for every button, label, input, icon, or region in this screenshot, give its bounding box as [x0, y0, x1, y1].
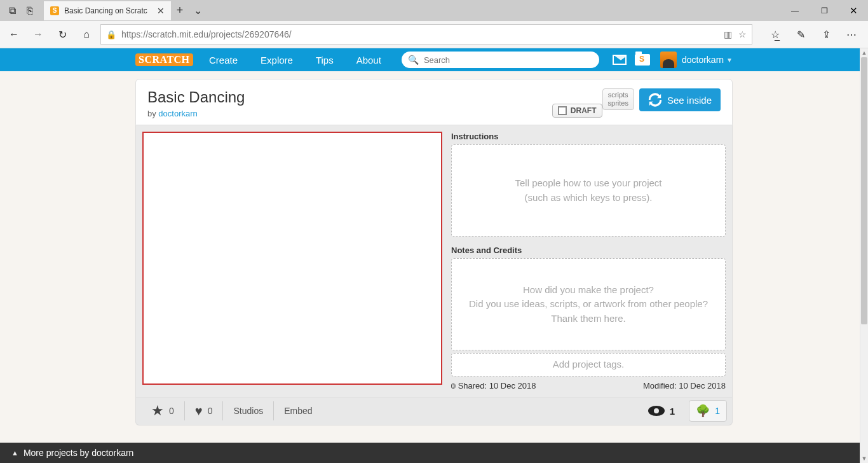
- favorite-stat[interactable]: ★ 0: [141, 401, 185, 420]
- scroll-up-icon[interactable]: ▲: [860, 48, 868, 57]
- instructions-label: Instructions: [451, 132, 726, 141]
- user-avatar[interactable]: [660, 52, 677, 68]
- see-inside-icon: [648, 93, 662, 107]
- modified-date: Modified: 10 Dec 2018: [643, 381, 726, 390]
- project-body: Instructions Tell people how to use your…: [135, 125, 733, 397]
- views-stat: 1: [641, 406, 682, 417]
- nav-search[interactable]: 🔍: [402, 52, 599, 68]
- notes-label: Notes and Credits: [451, 245, 726, 255]
- user-menu[interactable]: doctorkarn ▼: [682, 55, 733, 65]
- window-close-button[interactable]: ✕: [839, 0, 868, 21]
- browser-tab[interactable]: S Basic Dancing on Scratc ✕: [44, 1, 171, 20]
- messages-icon[interactable]: [608, 48, 631, 71]
- scrollbar-thumb[interactable]: [861, 57, 867, 324]
- vertical-scrollbar[interactable]: ▲ ▼: [860, 48, 868, 463]
- author-link[interactable]: doctorkarn: [158, 109, 197, 118]
- favorites-list-icon[interactable]: ☆̲: [763, 24, 788, 45]
- reading-view-icon[interactable]: ▥: [724, 29, 732, 39]
- browser-titlebar: ⧉ ⎘ S Basic Dancing on Scratc ✕ + ⌄ — ❐ …: [0, 0, 868, 21]
- username-label: doctorkarn: [682, 55, 724, 65]
- share-icon[interactable]: ⇪: [813, 24, 839, 45]
- tree-icon: 🌳: [696, 404, 710, 418]
- favorite-icon[interactable]: ☆: [738, 29, 747, 39]
- forward-button[interactable]: →: [28, 24, 48, 45]
- back-button[interactable]: ←: [4, 24, 24, 45]
- caret-down-icon: ▼: [726, 57, 733, 64]
- browser-toolbar-right: ☆̲ ✎ ⇪ ⋯: [763, 24, 864, 45]
- reload-button[interactable]: ↻: [52, 24, 72, 45]
- nav-create[interactable]: Create: [198, 48, 249, 71]
- project-dates: 🄯 Shared: 10 Dec 2018 Modified: 10 Dec 2…: [451, 381, 726, 390]
- project-header: Basic Dancing by doctorkarn DRAFT script…: [135, 79, 733, 125]
- address-bar: ← → ↻ ⌂ 🔒 https://scratch.mit.edu/projec…: [0, 21, 868, 48]
- love-stat[interactable]: ♥ 0: [185, 401, 224, 420]
- window-controls: — ❐ ✕: [780, 0, 868, 21]
- tab-actions-icon-2[interactable]: ⎘: [21, 2, 39, 20]
- mystuff-icon[interactable]: S: [631, 48, 654, 71]
- url-input[interactable]: 🔒 https://scratch.mit.edu/projects/26920…: [100, 24, 752, 45]
- maximize-button[interactable]: ❐: [810, 0, 839, 21]
- tab-actions-icon-1[interactable]: ⧉: [3, 2, 21, 20]
- scripts-sprites-toggle[interactable]: scripts sprites: [602, 88, 634, 110]
- new-tab-button[interactable]: +: [171, 2, 189, 20]
- tab-dropdown-icon[interactable]: ⌄: [189, 2, 207, 20]
- url-text: https://scratch.mit.edu/projects/2692076…: [121, 29, 719, 39]
- draft-checkbox-icon: [558, 106, 567, 115]
- home-button[interactable]: ⌂: [76, 24, 97, 45]
- nav-tips[interactable]: Tips: [304, 48, 345, 71]
- caret-up-icon: ▲: [11, 449, 18, 457]
- embed-button[interactable]: Embed: [274, 401, 322, 420]
- close-tab-icon[interactable]: ✕: [157, 6, 165, 16]
- minimize-button[interactable]: —: [780, 0, 810, 21]
- project-stage[interactable]: [142, 132, 442, 385]
- tags-input[interactable]: Add project tags.: [451, 353, 726, 377]
- copyleft-icon: 🄯: [451, 381, 458, 390]
- see-inside-button[interactable]: See inside: [639, 88, 721, 111]
- nav-about[interactable]: About: [345, 48, 393, 71]
- draft-button[interactable]: DRAFT: [552, 104, 602, 118]
- scratch-logo[interactable]: SCRATCH: [135, 52, 186, 67]
- search-input[interactable]: [424, 55, 593, 65]
- scroll-down-icon[interactable]: ▼: [860, 454, 868, 463]
- favicon-icon: S: [50, 6, 59, 15]
- project-title: Basic Dancing: [147, 88, 552, 106]
- heart-icon: ♥: [195, 404, 203, 418]
- stats-bar: ★ 0 ♥ 0 Studios Embed 1 🌳 1: [135, 397, 733, 425]
- instructions-input[interactable]: Tell people how to use your project (suc…: [451, 144, 726, 237]
- eye-icon: [648, 406, 665, 416]
- page-content: Basic Dancing by doctorkarn DRAFT script…: [0, 71, 868, 462]
- more-icon[interactable]: ⋯: [839, 24, 864, 45]
- tab-strip: ⧉ ⎘ S Basic Dancing on Scratc ✕ + ⌄: [0, 0, 207, 21]
- studios-button[interactable]: Studios: [223, 401, 274, 420]
- search-icon: 🔍: [408, 55, 419, 65]
- shared-date: Shared: 10 Dec 2018: [458, 381, 536, 390]
- more-projects-label: More projects by doctorkarn: [24, 448, 134, 458]
- nav-explore[interactable]: Explore: [249, 48, 304, 71]
- star-icon: ★: [151, 403, 164, 419]
- scratch-navbar: SCRATCH Create Explore Tips About 🔍 S do…: [0, 48, 868, 71]
- more-projects-bar[interactable]: ▲ More projects by doctorkarn: [0, 443, 860, 463]
- notes-input[interactable]: How did you make the project? Did you us…: [451, 258, 726, 350]
- lock-icon: 🔒: [106, 30, 116, 39]
- remix-tree-button[interactable]: 🌳 1: [689, 400, 727, 422]
- tab-title: Basic Dancing on Scratc: [64, 6, 147, 15]
- notes-icon[interactable]: ✎: [788, 24, 813, 45]
- project-author: by doctorkarn: [147, 109, 552, 118]
